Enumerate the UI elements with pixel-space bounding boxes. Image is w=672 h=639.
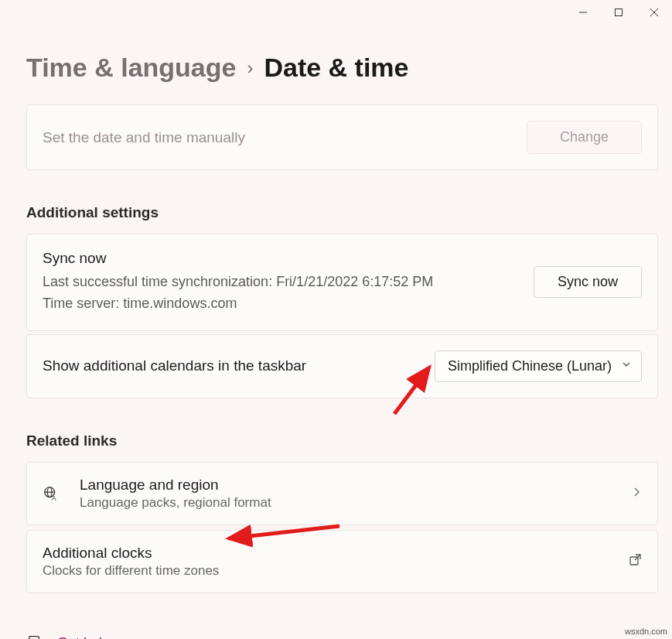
sync-now-button[interactable]: Sync now: [534, 266, 642, 298]
close-button[interactable]: [636, 0, 672, 25]
additional-calendars-dropdown[interactable]: Simplified Chinese (Lunar): [435, 350, 642, 382]
sync-title: Sync now: [43, 250, 433, 267]
get-help-row: ? Get help: [26, 598, 658, 639]
breadcrumb-parent[interactable]: Time & language: [26, 53, 236, 83]
help-icon: ?: [26, 634, 43, 639]
window-controls: [0, 0, 672, 25]
svg-rect-1: [616, 9, 623, 16]
link-title: Additional clocks: [43, 545, 609, 562]
minimize-button[interactable]: [565, 0, 601, 25]
breadcrumb-current: Date & time: [264, 53, 408, 83]
link-sub: Language packs, regional format: [80, 495, 611, 511]
sync-card: Sync now Last successful time synchroniz…: [26, 234, 658, 331]
watermark: wsxdn.com: [625, 627, 667, 636]
language-region-link[interactable]: A Language and region Language packs, re…: [26, 462, 658, 525]
dropdown-value: Simplified Chinese (Lunar): [448, 358, 612, 374]
chevron-down-icon: [621, 359, 632, 373]
link-sub: Clocks for different time zones: [43, 563, 609, 579]
maximize-button[interactable]: [601, 0, 636, 25]
svg-text:A: A: [52, 495, 56, 502]
sync-last: Last successful time synchronization: Fr…: [43, 272, 433, 293]
additional-settings-heading: Additional settings: [26, 173, 658, 234]
link-title: Language and region: [80, 477, 611, 494]
set-manual-label: Set the date and time manually: [43, 129, 245, 146]
change-button[interactable]: Change: [527, 121, 642, 154]
set-manual-card: Set the date and time manually Change: [26, 104, 658, 170]
chevron-right-icon: ›: [247, 57, 253, 79]
breadcrumb: Time & language › Date & time: [0, 25, 672, 104]
related-links-heading: Related links: [26, 402, 658, 462]
additional-calendars-card: Show additional calendars in the taskbar…: [26, 334, 658, 398]
additional-clocks-link[interactable]: Additional clocks Clocks for different t…: [26, 530, 658, 593]
chevron-right-icon: [631, 487, 642, 501]
sync-server: Time server: time.windows.com: [43, 293, 433, 315]
globe-icon: A: [43, 485, 60, 502]
get-help-link[interactable]: Get help: [57, 635, 110, 639]
additional-calendars-label: Show additional calendars in the taskbar: [43, 357, 306, 374]
external-link-icon: [629, 553, 642, 569]
